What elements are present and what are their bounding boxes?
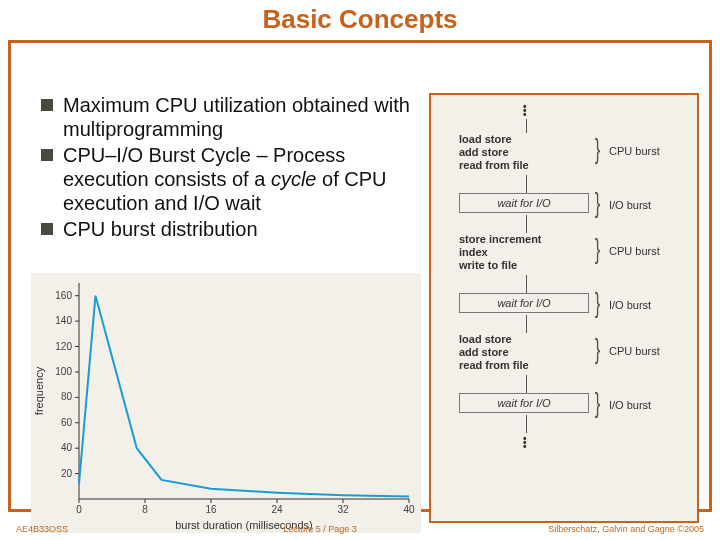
code-line: write to file [459,259,589,272]
code-line: add store [459,346,589,359]
brace-icon: } [595,233,601,265]
code-line: store increment [459,233,589,246]
cpu-io-cycle-diagram: ••• load store add store read from file … [429,93,699,523]
svg-text:40: 40 [61,442,73,453]
code-line: read from file [459,359,589,372]
bullet-3: CPU burst distribution [41,217,421,241]
ellipsis-icon: ••• [523,437,527,449]
page-title: Basic Concepts [0,4,720,35]
code-line: load store [459,333,589,346]
svg-text:8: 8 [142,504,148,515]
cpu-block-1: load store add store read from file [459,133,589,173]
cpu-block-2: store increment index write to file [459,233,589,273]
code-line: load store [459,133,589,146]
code-line: index [459,246,589,259]
cpu-block-3: load store add store read from file [459,333,589,373]
io-burst-label: I/O burst [609,399,651,411]
slide-frame: Maximum CPU utilization obtained with mu… [8,40,712,512]
svg-text:24: 24 [271,504,283,515]
svg-text:32: 32 [337,504,349,515]
code-line: read from file [459,159,589,172]
brace-icon: } [595,333,601,365]
io-wait-1: wait for I/O [459,193,589,213]
svg-text:100: 100 [55,366,72,377]
code-line: add store [459,146,589,159]
ellipsis-icon: ••• [523,105,527,117]
io-wait-3: wait for I/O [459,393,589,413]
svg-text:60: 60 [61,417,73,428]
cpu-burst-label: CPU burst [609,245,660,257]
bullet-2-em: cycle [271,168,317,190]
brace-icon: } [595,387,601,419]
footer-center: Lecture 5 / Page 3 [136,524,504,534]
svg-text:0: 0 [76,504,82,515]
brace-icon: } [595,287,601,319]
svg-text:frequency: frequency [33,366,45,415]
footer-right: Silberschatz, Galvin and Gagne ©2005 [504,524,704,534]
svg-text:80: 80 [61,391,73,402]
footer-left: AE4B33OSS [16,524,136,534]
cpu-burst-label: CPU burst [609,345,660,357]
io-burst-label: I/O burst [609,299,651,311]
bullet-list: Maximum CPU utilization obtained with mu… [41,93,421,243]
io-burst-label: I/O burst [609,199,651,211]
svg-text:160: 160 [55,290,72,301]
chart-burst-distribution: 204060801001201401600816243240burst dura… [31,273,421,533]
footer: AE4B33OSS Lecture 5 / Page 3 Silberschat… [16,524,704,534]
bullet-2: CPU–I/O Burst Cycle – Process execution … [41,143,421,215]
svg-text:140: 140 [55,315,72,326]
io-wait-2: wait for I/O [459,293,589,313]
svg-text:16: 16 [205,504,217,515]
svg-text:20: 20 [61,468,73,479]
svg-text:40: 40 [403,504,415,515]
cpu-burst-label: CPU burst [609,145,660,157]
bullet-1: Maximum CPU utilization obtained with mu… [41,93,421,141]
brace-icon: } [595,187,601,219]
svg-text:120: 120 [55,341,72,352]
brace-icon: } [595,133,601,165]
